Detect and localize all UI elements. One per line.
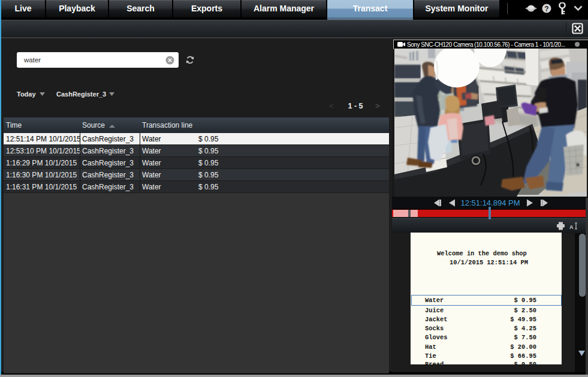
svg-text:?: ? — [544, 5, 548, 13]
svg-text:A: A — [569, 224, 574, 230]
